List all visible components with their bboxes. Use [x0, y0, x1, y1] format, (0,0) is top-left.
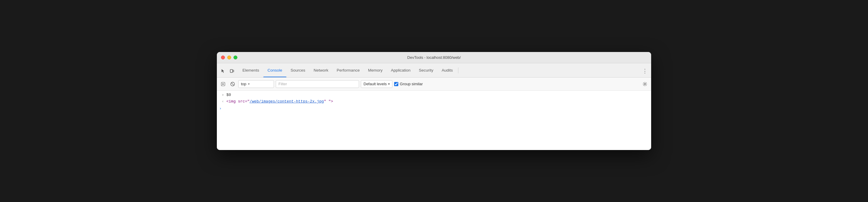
tab-performance[interactable]: Performance	[333, 63, 364, 77]
console-line-2: ‹ <img src="/web/images/content-https-2x…	[217, 98, 651, 105]
console-prompt-line: ›	[217, 105, 651, 112]
close-button[interactable]	[221, 56, 225, 59]
devtools-window: DevTools - localhost:8080/web/ Elements …	[217, 52, 651, 150]
context-selector-arrow: ▾	[248, 82, 250, 86]
maximize-button[interactable]	[234, 56, 237, 59]
title-bar: DevTools - localhost:8080/web/	[217, 52, 651, 63]
svg-rect-0	[230, 69, 232, 72]
console-input[interactable]	[224, 106, 649, 111]
cursor-icon-button[interactable]	[219, 67, 227, 75]
group-similar-checkbox-wrap[interactable]: Group similar	[394, 82, 423, 86]
tab-security[interactable]: Security	[415, 63, 438, 77]
console-content: › $0 ‹ <img src="/web/images/content-htt…	[217, 91, 651, 150]
filter-input[interactable]	[276, 80, 359, 88]
execute-button[interactable]	[219, 80, 227, 88]
console-line-1: › $0	[217, 92, 651, 98]
console-gutter-1: ›	[219, 93, 224, 97]
tab-bar: Elements Console Sources Network Perform…	[217, 63, 651, 77]
console-html-content: <img src="/web/images/content-https-2x.j…	[226, 99, 333, 104]
tab-audits[interactable]: Audits	[438, 63, 457, 77]
svg-point-5	[644, 83, 646, 85]
levels-button[interactable]: Default levels ▾	[361, 80, 392, 88]
group-similar-checkbox[interactable]	[394, 82, 398, 86]
clear-button[interactable]	[229, 80, 237, 88]
tab-application[interactable]: Application	[387, 63, 415, 77]
minimize-button[interactable]	[227, 56, 231, 59]
settings-button[interactable]	[641, 80, 649, 88]
console-gutter-2: ‹	[219, 99, 224, 104]
svg-rect-1	[233, 70, 234, 72]
levels-arrow: ▾	[388, 82, 390, 86]
devtools-icons	[219, 67, 236, 77]
tab-console[interactable]: Console	[263, 63, 286, 77]
window-title: DevTools - localhost:8080/web/	[407, 55, 461, 60]
console-toolbar: top ▾ Default levels ▾ Group similar	[217, 77, 651, 91]
more-tabs-button[interactable]: ⋮	[641, 67, 649, 75]
svg-line-4	[231, 83, 234, 85]
html-link[interactable]: /web/images/content-https-2x.jpg	[250, 99, 324, 104]
context-selector[interactable]: top ▾	[238, 80, 274, 88]
html-tag-close: " ">	[324, 99, 333, 104]
tab-sources[interactable]: Sources	[286, 63, 310, 77]
tab-elements[interactable]: Elements	[238, 63, 263, 77]
device-icon-button[interactable]	[228, 67, 236, 75]
prompt-cursor: ›	[219, 106, 222, 111]
html-tag-open: <img src="	[226, 99, 250, 104]
tab-memory[interactable]: Memory	[364, 63, 387, 77]
console-value-1: $0	[226, 93, 231, 97]
tab-network[interactable]: Network	[309, 63, 333, 77]
traffic-lights	[221, 56, 237, 59]
